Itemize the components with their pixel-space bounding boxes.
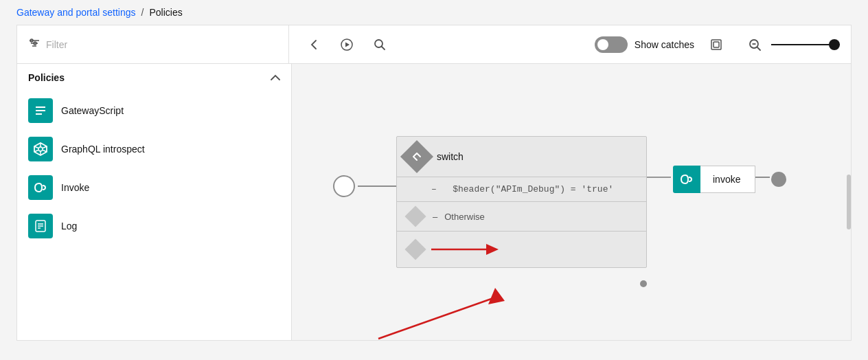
- sidebar-item-invoke[interactable]: Invoke: [17, 168, 291, 207]
- log-icon: [28, 214, 53, 238]
- zoom-out-button[interactable]: [744, 34, 766, 56]
- switch-header: switch: [397, 137, 646, 177]
- breadcrumb: Gateway and portal settings / Policies: [0, 0, 868, 25]
- invoke-icon: [28, 175, 53, 200]
- expand-button[interactable]: [705, 34, 727, 56]
- main-container: Filter: [16, 25, 852, 341]
- svg-rect-10: [713, 42, 719, 47]
- svg-point-18: [38, 147, 43, 151]
- condition-dash: –: [431, 184, 437, 194]
- svg-marker-6: [345, 42, 350, 47]
- otherwise-dash: –: [433, 212, 437, 222]
- breadcrumb-link[interactable]: Gateway and portal settings: [16, 7, 136, 18]
- svg-line-8: [382, 46, 385, 49]
- sidebar-collapse-button[interactable]: [271, 72, 280, 83]
- switch-node[interactable]: switch – $header("APIm_Debug") = 'true' …: [396, 136, 647, 268]
- gateway-script-icon: [28, 98, 53, 123]
- invoke-node[interactable]: invoke: [673, 166, 755, 193]
- svg-rect-9: [711, 40, 721, 49]
- filter-label[interactable]: Filter: [46, 39, 67, 50]
- canvas-area[interactable]: switch – $header("APIm_Debug") = 'true' …: [292, 64, 851, 340]
- show-catches-toggle[interactable]: [595, 36, 628, 53]
- sidebar-item-gateway-script-label: GatewayScript: [61, 105, 124, 116]
- sidebar-item-graphql-label: GraphQL introspect: [61, 144, 145, 155]
- breadcrumb-current: Policies: [149, 7, 182, 18]
- show-catches-label: Show catches: [635, 39, 694, 50]
- end-circle: [771, 172, 786, 187]
- invoke-icon-box: [673, 166, 700, 193]
- breadcrumb-separator: /: [141, 7, 144, 18]
- invoke-label-box: invoke: [700, 166, 755, 193]
- filter-icon: [28, 38, 41, 52]
- toolbar-right: Show catches: [300, 34, 840, 56]
- graphql-icon: [28, 137, 53, 161]
- otherwise-connector: [397, 232, 646, 267]
- red-arrow-svg: [397, 232, 646, 267]
- switch-condition-row: – $header("APIm_Debug") = 'true': [397, 177, 646, 202]
- otherwise-label: Otherwise: [444, 212, 485, 222]
- sidebar-item-log[interactable]: Log: [17, 207, 291, 245]
- otherwise-diamond: [404, 205, 426, 227]
- show-catches-group: Show catches: [595, 36, 694, 53]
- svg-point-35: [640, 280, 647, 287]
- start-circle: [333, 175, 355, 197]
- sidebar-header: Policies: [17, 64, 291, 91]
- content-area: Policies GatewayScript: [17, 64, 851, 340]
- zoom-slider[interactable]: [771, 44, 840, 45]
- zoom-controls: [744, 34, 840, 56]
- switch-diamond-icon: [400, 140, 433, 173]
- sidebar-item-log-label: Log: [61, 221, 77, 232]
- filter-area: Filter: [28, 25, 289, 63]
- svg-marker-34: [488, 288, 505, 304]
- sidebar-item-gateway-script[interactable]: GatewayScript: [17, 91, 291, 130]
- sidebar-item-graphql[interactable]: GraphQL introspect: [17, 130, 291, 168]
- search-button[interactable]: [369, 34, 391, 56]
- scrollbar[interactable]: [847, 175, 851, 229]
- sidebar-title: Policies: [28, 72, 65, 83]
- otherwise-section: – Otherwise: [397, 202, 646, 232]
- play-button[interactable]: [336, 34, 358, 56]
- switch-title: switch: [437, 151, 464, 162]
- toolbar: Filter: [17, 25, 851, 64]
- svg-line-13: [757, 47, 760, 50]
- svg-line-33: [378, 297, 495, 339]
- condition-text: $header("APIm_Debug") = 'true': [453, 184, 613, 194]
- back-button[interactable]: [303, 34, 325, 56]
- svg-marker-38: [486, 244, 499, 255]
- sidebar-item-invoke-label: Invoke: [61, 182, 89, 193]
- sidebar: Policies GatewayScript: [17, 64, 292, 340]
